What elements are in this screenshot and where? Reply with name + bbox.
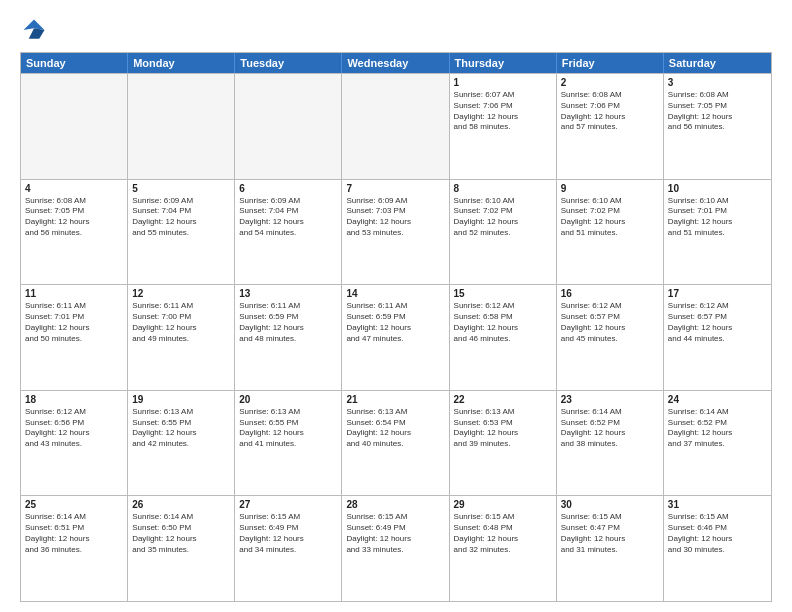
day-number: 25 <box>25 499 123 510</box>
page: SundayMondayTuesdayWednesdayThursdayFrid… <box>0 0 792 612</box>
day-cell-8: 8Sunrise: 6:10 AMSunset: 7:02 PMDaylight… <box>450 180 557 285</box>
logo-icon <box>20 16 48 44</box>
cell-details: Sunrise: 6:14 AMSunset: 6:51 PMDaylight:… <box>25 512 123 555</box>
day-number: 13 <box>239 288 337 299</box>
cell-details: Sunrise: 6:15 AMSunset: 6:49 PMDaylight:… <box>346 512 444 555</box>
day-number: 26 <box>132 499 230 510</box>
day-cell-27: 27Sunrise: 6:15 AMSunset: 6:49 PMDayligh… <box>235 496 342 601</box>
cell-details: Sunrise: 6:13 AMSunset: 6:55 PMDaylight:… <box>132 407 230 450</box>
week-row-2: 11Sunrise: 6:11 AMSunset: 7:01 PMDayligh… <box>21 284 771 390</box>
day-number: 5 <box>132 183 230 194</box>
empty-cell <box>342 74 449 179</box>
day-cell-21: 21Sunrise: 6:13 AMSunset: 6:54 PMDayligh… <box>342 391 449 496</box>
cell-details: Sunrise: 6:09 AMSunset: 7:04 PMDaylight:… <box>132 196 230 239</box>
day-cell-25: 25Sunrise: 6:14 AMSunset: 6:51 PMDayligh… <box>21 496 128 601</box>
day-number: 28 <box>346 499 444 510</box>
day-cell-18: 18Sunrise: 6:12 AMSunset: 6:56 PMDayligh… <box>21 391 128 496</box>
day-cell-14: 14Sunrise: 6:11 AMSunset: 6:59 PMDayligh… <box>342 285 449 390</box>
day-number: 30 <box>561 499 659 510</box>
day-number: 12 <box>132 288 230 299</box>
day-number: 20 <box>239 394 337 405</box>
day-number: 14 <box>346 288 444 299</box>
day-number: 29 <box>454 499 552 510</box>
cell-details: Sunrise: 6:12 AMSunset: 6:56 PMDaylight:… <box>25 407 123 450</box>
cell-details: Sunrise: 6:15 AMSunset: 6:49 PMDaylight:… <box>239 512 337 555</box>
day-cell-23: 23Sunrise: 6:14 AMSunset: 6:52 PMDayligh… <box>557 391 664 496</box>
calendar: SundayMondayTuesdayWednesdayThursdayFrid… <box>20 52 772 602</box>
week-row-3: 18Sunrise: 6:12 AMSunset: 6:56 PMDayligh… <box>21 390 771 496</box>
header-day-wednesday: Wednesday <box>342 53 449 73</box>
cell-details: Sunrise: 6:10 AMSunset: 7:01 PMDaylight:… <box>668 196 767 239</box>
header-day-saturday: Saturday <box>664 53 771 73</box>
day-cell-10: 10Sunrise: 6:10 AMSunset: 7:01 PMDayligh… <box>664 180 771 285</box>
day-number: 4 <box>25 183 123 194</box>
day-cell-7: 7Sunrise: 6:09 AMSunset: 7:03 PMDaylight… <box>342 180 449 285</box>
day-number: 3 <box>668 77 767 88</box>
week-row-0: 1Sunrise: 6:07 AMSunset: 7:06 PMDaylight… <box>21 73 771 179</box>
empty-cell <box>21 74 128 179</box>
day-number: 1 <box>454 77 552 88</box>
cell-details: Sunrise: 6:09 AMSunset: 7:04 PMDaylight:… <box>239 196 337 239</box>
cell-details: Sunrise: 6:12 AMSunset: 6:57 PMDaylight:… <box>668 301 767 344</box>
day-cell-12: 12Sunrise: 6:11 AMSunset: 7:00 PMDayligh… <box>128 285 235 390</box>
day-cell-5: 5Sunrise: 6:09 AMSunset: 7:04 PMDaylight… <box>128 180 235 285</box>
cell-details: Sunrise: 6:13 AMSunset: 6:55 PMDaylight:… <box>239 407 337 450</box>
day-cell-2: 2Sunrise: 6:08 AMSunset: 7:06 PMDaylight… <box>557 74 664 179</box>
cell-details: Sunrise: 6:12 AMSunset: 6:58 PMDaylight:… <box>454 301 552 344</box>
day-cell-13: 13Sunrise: 6:11 AMSunset: 6:59 PMDayligh… <box>235 285 342 390</box>
day-cell-3: 3Sunrise: 6:08 AMSunset: 7:05 PMDaylight… <box>664 74 771 179</box>
cell-details: Sunrise: 6:10 AMSunset: 7:02 PMDaylight:… <box>454 196 552 239</box>
day-cell-29: 29Sunrise: 6:15 AMSunset: 6:48 PMDayligh… <box>450 496 557 601</box>
day-number: 17 <box>668 288 767 299</box>
day-number: 16 <box>561 288 659 299</box>
day-cell-31: 31Sunrise: 6:15 AMSunset: 6:46 PMDayligh… <box>664 496 771 601</box>
week-row-4: 25Sunrise: 6:14 AMSunset: 6:51 PMDayligh… <box>21 495 771 601</box>
day-number: 23 <box>561 394 659 405</box>
day-number: 15 <box>454 288 552 299</box>
day-number: 10 <box>668 183 767 194</box>
day-cell-20: 20Sunrise: 6:13 AMSunset: 6:55 PMDayligh… <box>235 391 342 496</box>
cell-details: Sunrise: 6:11 AMSunset: 6:59 PMDaylight:… <box>346 301 444 344</box>
cell-details: Sunrise: 6:11 AMSunset: 7:01 PMDaylight:… <box>25 301 123 344</box>
day-cell-16: 16Sunrise: 6:12 AMSunset: 6:57 PMDayligh… <box>557 285 664 390</box>
day-cell-1: 1Sunrise: 6:07 AMSunset: 7:06 PMDaylight… <box>450 74 557 179</box>
day-cell-9: 9Sunrise: 6:10 AMSunset: 7:02 PMDaylight… <box>557 180 664 285</box>
cell-details: Sunrise: 6:07 AMSunset: 7:06 PMDaylight:… <box>454 90 552 133</box>
empty-cell <box>235 74 342 179</box>
header-day-sunday: Sunday <box>21 53 128 73</box>
day-cell-6: 6Sunrise: 6:09 AMSunset: 7:04 PMDaylight… <box>235 180 342 285</box>
cell-details: Sunrise: 6:08 AMSunset: 7:05 PMDaylight:… <box>25 196 123 239</box>
header-day-tuesday: Tuesday <box>235 53 342 73</box>
cell-details: Sunrise: 6:11 AMSunset: 6:59 PMDaylight:… <box>239 301 337 344</box>
cell-details: Sunrise: 6:14 AMSunset: 6:50 PMDaylight:… <box>132 512 230 555</box>
day-number: 8 <box>454 183 552 194</box>
cell-details: Sunrise: 6:08 AMSunset: 7:05 PMDaylight:… <box>668 90 767 133</box>
day-number: 6 <box>239 183 337 194</box>
header <box>20 16 772 44</box>
empty-cell <box>128 74 235 179</box>
day-number: 27 <box>239 499 337 510</box>
logo <box>20 16 52 44</box>
header-day-thursday: Thursday <box>450 53 557 73</box>
cell-details: Sunrise: 6:10 AMSunset: 7:02 PMDaylight:… <box>561 196 659 239</box>
day-cell-11: 11Sunrise: 6:11 AMSunset: 7:01 PMDayligh… <box>21 285 128 390</box>
cell-details: Sunrise: 6:13 AMSunset: 6:54 PMDaylight:… <box>346 407 444 450</box>
day-cell-19: 19Sunrise: 6:13 AMSunset: 6:55 PMDayligh… <box>128 391 235 496</box>
day-cell-26: 26Sunrise: 6:14 AMSunset: 6:50 PMDayligh… <box>128 496 235 601</box>
day-cell-30: 30Sunrise: 6:15 AMSunset: 6:47 PMDayligh… <box>557 496 664 601</box>
day-number: 22 <box>454 394 552 405</box>
svg-marker-1 <box>29 28 45 39</box>
cell-details: Sunrise: 6:15 AMSunset: 6:48 PMDaylight:… <box>454 512 552 555</box>
day-cell-17: 17Sunrise: 6:12 AMSunset: 6:57 PMDayligh… <box>664 285 771 390</box>
calendar-header: SundayMondayTuesdayWednesdayThursdayFrid… <box>21 53 771 73</box>
header-day-monday: Monday <box>128 53 235 73</box>
day-number: 24 <box>668 394 767 405</box>
cell-details: Sunrise: 6:15 AMSunset: 6:46 PMDaylight:… <box>668 512 767 555</box>
cell-details: Sunrise: 6:14 AMSunset: 6:52 PMDaylight:… <box>561 407 659 450</box>
day-number: 7 <box>346 183 444 194</box>
cell-details: Sunrise: 6:12 AMSunset: 6:57 PMDaylight:… <box>561 301 659 344</box>
header-day-friday: Friday <box>557 53 664 73</box>
day-cell-28: 28Sunrise: 6:15 AMSunset: 6:49 PMDayligh… <box>342 496 449 601</box>
day-number: 21 <box>346 394 444 405</box>
day-number: 18 <box>25 394 123 405</box>
